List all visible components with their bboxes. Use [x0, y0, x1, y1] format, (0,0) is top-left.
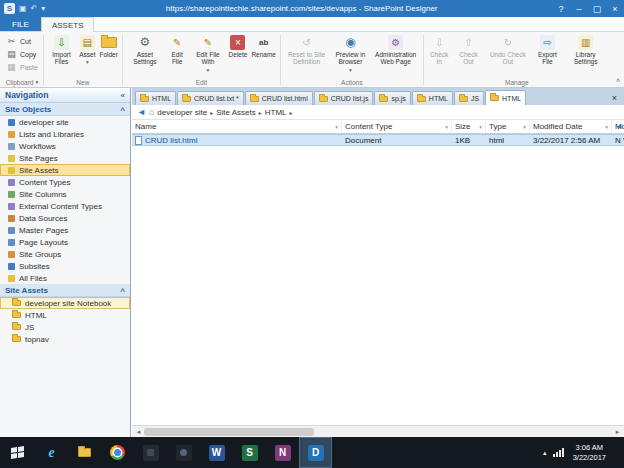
paste-button[interactable]: ▦ Paste	[4, 61, 40, 73]
filter-arrow-icon[interactable]: ▾	[335, 124, 338, 130]
scroll-right-arrow-icon[interactable]: ▸	[612, 428, 623, 436]
check-in-button[interactable]: ⇩ Check In	[426, 33, 453, 77]
document-tab[interactable]: CRUD list.txt *	[177, 91, 244, 105]
asset-button[interactable]: ▤ Asset ▾	[77, 33, 97, 77]
filter-arrow-icon[interactable]: ▾	[479, 124, 482, 130]
network-icon[interactable]	[553, 448, 564, 457]
document-tab[interactable]: sp.js	[374, 91, 410, 105]
document-tab[interactable]: HTML	[135, 91, 176, 105]
rename-button[interactable]: ab Rename	[249, 33, 278, 77]
tree-item[interactable]: HTML	[0, 309, 130, 321]
import-files-button[interactable]: ⇩ Import Files	[46, 33, 77, 77]
tab-file[interactable]: FILE	[0, 17, 41, 31]
library-settings-button[interactable]: ▥ Library Settings	[563, 33, 608, 77]
filter-arrow-icon[interactable]: ▾	[605, 124, 608, 130]
document-tab[interactable]: CRUD list.html	[245, 91, 313, 105]
scrollbar-thumb[interactable]	[144, 428, 314, 436]
preview-in-browser-button[interactable]: ◉ Preview in Browser ▾	[330, 33, 370, 77]
taskbar-icon-sharepoint[interactable]: S	[233, 437, 266, 468]
sidebar-item[interactable]: Site Assets	[0, 164, 130, 176]
app-icon[interactable]: S	[4, 3, 15, 14]
taskbar-icon-chrome[interactable]	[101, 437, 134, 468]
tab-assets[interactable]: ASSETS	[41, 17, 95, 32]
taskbar-icon-sharepoint-designer-active[interactable]: D	[299, 437, 332, 468]
sidebar-item[interactable]: Page Layouts	[0, 236, 130, 248]
save-icon[interactable]: ▣	[19, 5, 27, 13]
taskbar-icon-app-1[interactable]	[134, 437, 167, 468]
breadcrumb-item[interactable]: HTML	[265, 108, 287, 117]
tree-item[interactable]: JS	[0, 321, 130, 333]
column-header[interactable]: Type ▾	[486, 120, 530, 133]
undo-check-out-button[interactable]: ↻ Undo Check Out	[484, 33, 531, 77]
ribbon-group-edit: ⚙ Asset Settings ✎ Edit File ✎ Edit File…	[123, 33, 280, 87]
tree-item[interactable]: topnav	[0, 333, 130, 345]
taskbar-icon-internet-explorer[interactable]: e	[35, 437, 68, 468]
folder-button[interactable]: Folder	[97, 33, 119, 77]
file-list-empty-area[interactable]	[132, 146, 624, 425]
maximize-button[interactable]: ▢	[588, 0, 606, 17]
sidebar-item[interactable]: All Files	[0, 272, 130, 284]
sidebar-item[interactable]: developer site	[0, 116, 130, 128]
sidebar-item[interactable]: Site Columns	[0, 188, 130, 200]
sidebar-item[interactable]: External Content Types	[0, 200, 130, 212]
home-icon[interactable]: ⌂	[149, 107, 154, 117]
filter-arrow-icon[interactable]: ▾	[523, 124, 526, 130]
cut-button[interactable]: ✂ Cut	[4, 35, 40, 47]
taskbar-icon-app-2[interactable]	[167, 437, 200, 468]
scroll-left-icon[interactable]: ◄	[615, 122, 623, 131]
export-file-button[interactable]: ⇨ Export File	[531, 33, 563, 77]
collapse-section-icon[interactable]: ˄	[120, 105, 125, 114]
sidebar-item[interactable]: Lists and Libraries	[0, 128, 130, 140]
close-tab-icon[interactable]: ×	[608, 91, 621, 104]
sidebar-item[interactable]: Site Groups	[0, 248, 130, 260]
column-header[interactable]: Content Type ▾	[342, 120, 452, 133]
sidebar-item[interactable]: Content Types	[0, 176, 130, 188]
edit-file-button[interactable]: ✎ Edit File	[165, 33, 189, 77]
taskbar-icon-onenote[interactable]: N	[266, 437, 299, 468]
site-objects-header[interactable]: Site Objects ˄	[0, 103, 130, 116]
customize-qat-arrow-icon[interactable]: ▾	[41, 5, 45, 13]
collapse-pane-icon[interactable]: «	[121, 91, 125, 100]
site-assets-header[interactable]: Site Assets ˄	[0, 284, 130, 297]
column-header[interactable]: Name ▾	[132, 120, 342, 133]
sidebar-item[interactable]: Subsites	[0, 260, 130, 272]
minimize-button[interactable]: –	[570, 0, 588, 17]
sidebar-item[interactable]: Data Sources	[0, 212, 130, 224]
tree-item[interactable]: developer site Notebook	[0, 297, 130, 309]
sidebar-item[interactable]: Master Pages	[0, 224, 130, 236]
column-header[interactable]: Modified Date ▾	[530, 120, 612, 133]
file-row-selected[interactable]: CRUD list.html Document 1KB html 3/22/20…	[132, 134, 624, 146]
chevron-down-icon[interactable]: ▾	[35, 79, 38, 85]
undo-icon[interactable]: ↶	[31, 5, 38, 13]
horizontal-scrollbar[interactable]: ◂ ▸	[132, 425, 624, 437]
delete-button[interactable]: × Delete	[227, 33, 250, 77]
help-button[interactable]: ?	[552, 0, 570, 17]
start-button[interactable]	[0, 437, 35, 468]
filter-arrow-icon[interactable]: ▾	[445, 124, 448, 130]
breadcrumb-item[interactable]: developer site	[157, 108, 207, 117]
close-button[interactable]: ×	[606, 0, 624, 17]
document-tab[interactable]: JS	[454, 91, 484, 105]
scroll-left-arrow-icon[interactable]: ◂	[133, 428, 144, 436]
collapse-ribbon-icon[interactable]: ˄	[616, 77, 620, 84]
document-tab[interactable]: HTML	[485, 90, 526, 105]
sidebar-item[interactable]: Workflows	[0, 140, 130, 152]
breadcrumb-item[interactable]: Site Assets	[216, 108, 256, 117]
edit-file-with-button[interactable]: ✎ Edit File With ▾	[189, 33, 226, 77]
reset-to-site-definition-button[interactable]: ↺ Reset to Site Definition	[283, 33, 330, 77]
sidebar-item[interactable]: Site Pages	[0, 152, 130, 164]
collapse-section-icon[interactable]: ˄	[120, 286, 125, 295]
hidden-icons-arrow-icon[interactable]: ▴	[543, 449, 547, 457]
column-header[interactable]: Size ▾	[452, 120, 486, 133]
administration-web-page-button[interactable]: ⚙ Administration Web Page	[371, 33, 421, 77]
asset-settings-button[interactable]: ⚙ Asset Settings	[125, 33, 165, 77]
tree-item-label: developer site Notebook	[25, 299, 111, 308]
check-out-button[interactable]: ⇧ Check Out	[453, 33, 485, 77]
document-tab[interactable]: CRUD list.js	[314, 91, 374, 105]
taskbar-icon-word[interactable]: W	[200, 437, 233, 468]
copy-button[interactable]: ▤ Copy	[4, 48, 40, 60]
back-arrow-icon[interactable]: ◄	[137, 107, 146, 117]
taskbar-icon-file-explorer[interactable]	[68, 437, 101, 468]
taskbar-clock[interactable]: 3:06 AM 3/22/2017	[570, 443, 609, 462]
document-tab[interactable]: HTML	[412, 91, 453, 105]
